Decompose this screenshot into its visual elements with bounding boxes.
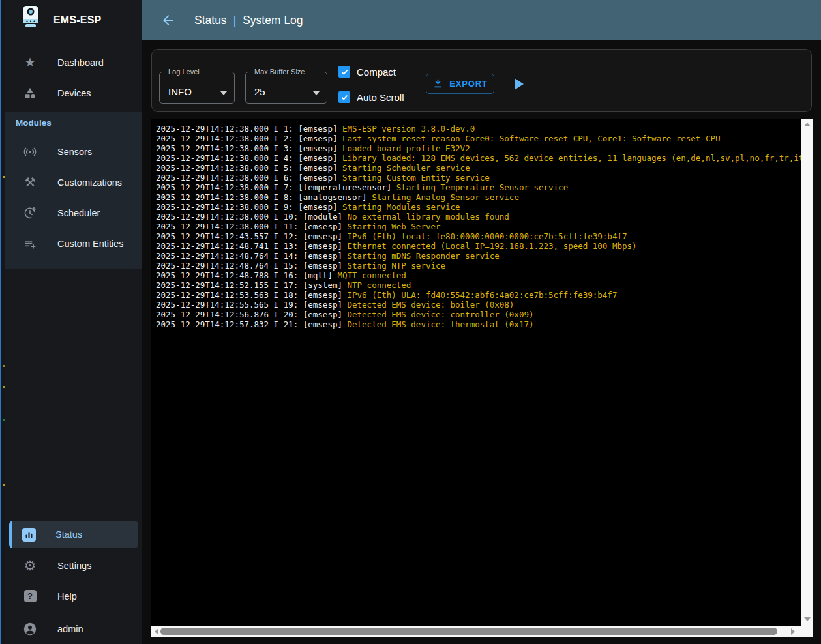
sidebar-item-scheduler[interactable]: Scheduler bbox=[5, 198, 142, 228]
sidebar-item-label: Devices bbox=[57, 88, 91, 98]
compact-checkbox-row[interactable]: Compact bbox=[338, 66, 396, 78]
log-line: 2025-12-29T14:12:38.000 I 5: [emsesp] St… bbox=[156, 163, 801, 173]
download-icon bbox=[432, 78, 443, 89]
scroll-down-arrow-icon[interactable] bbox=[804, 617, 811, 621]
log-toolbar: Log Level INFO Max Buffer Size 25 Compac… bbox=[151, 49, 812, 112]
log-line: 2025-12-29T14:12:56.876 I 20: [emsesp] D… bbox=[156, 310, 801, 319]
max-buffer-size-label: Max Buffer Size bbox=[251, 68, 308, 76]
log-line: 2025-12-29T14:12:53.563 I 18: [emsesp] I… bbox=[156, 290, 801, 300]
category-icon bbox=[22, 85, 38, 101]
export-button-label: EXPORT bbox=[449, 79, 487, 89]
export-button[interactable]: EXPORT bbox=[426, 74, 494, 94]
log-line: 2025-12-29T14:12:38.000 I 9: [emsesp] St… bbox=[156, 202, 801, 212]
page: EMS-ESP ★ Dashboard Devices Modules bbox=[0, 0, 821, 644]
check-icon bbox=[340, 93, 349, 102]
play-icon[interactable] bbox=[515, 78, 524, 90]
chevron-down-icon bbox=[220, 91, 227, 95]
clock-plus-icon bbox=[22, 205, 38, 221]
log-line: 2025-12-29T14:12:55.565 I 19: [emsesp] D… bbox=[156, 300, 801, 310]
log-line: 2025-12-29T14:12:48.741 I 13: [emsesp] E… bbox=[156, 241, 801, 251]
tools-icon: ⚒ bbox=[22, 175, 38, 190]
gear-icon: ⚙ bbox=[22, 558, 38, 574]
log-level-label: Log Level bbox=[165, 68, 203, 76]
sidebar-item-custom-entities[interactable]: Custom Entities bbox=[5, 228, 142, 259]
auto-scroll-label: Auto Scroll bbox=[357, 92, 404, 103]
log-line: 2025-12-29T14:12:38.000 I 3: [emsesp] Lo… bbox=[156, 143, 801, 153]
modules-section: Modules Sensors ⚒ Customizations bbox=[5, 112, 142, 269]
log-line: 2025-12-29T14:12:38.000 I 8: [analogsens… bbox=[156, 192, 801, 202]
log-line: 2025-12-29T14:12:38.000 I 2: [emsesp] La… bbox=[156, 134, 801, 143]
check-icon bbox=[340, 68, 349, 76]
sidebar-item-label: Settings bbox=[57, 561, 91, 571]
compact-checkbox[interactable] bbox=[338, 66, 350, 78]
log-line: 2025-12-29T14:12:38.000 I 10: [module] N… bbox=[156, 212, 801, 222]
log-line: 2025-12-29T14:12:38.000 I 7: [temperatur… bbox=[156, 183, 801, 192]
help-icon: ? bbox=[22, 589, 38, 604]
bar-chart-icon bbox=[22, 528, 36, 542]
background-window-edge bbox=[0, 0, 5, 644]
sidebar-item-label: Customizations bbox=[57, 177, 122, 188]
log-level-select[interactable]: Log Level INFO bbox=[159, 68, 235, 104]
app-title: EMS-ESP bbox=[53, 14, 101, 26]
sidebar-item-customizations[interactable]: ⚒ Customizations bbox=[5, 167, 142, 198]
playlist-add-icon bbox=[22, 236, 38, 252]
sidebar-item-label: Sensors bbox=[57, 147, 92, 157]
sidebar-item-sensors[interactable]: Sensors bbox=[5, 136, 142, 167]
sidebar-item-label: Scheduler bbox=[57, 208, 100, 218]
compact-label: Compact bbox=[357, 66, 396, 78]
main-content: Log Level INFO Max Buffer Size 25 Compac… bbox=[142, 0, 821, 644]
star-icon: ★ bbox=[22, 55, 38, 70]
scroll-up-arrow-icon[interactable] bbox=[804, 123, 811, 126]
auto-scroll-checkbox-row[interactable]: Auto Scroll bbox=[338, 91, 404, 103]
vertical-scrollbar[interactable] bbox=[801, 119, 813, 637]
sidebar: EMS-ESP ★ Dashboard Devices Modules bbox=[5, 0, 142, 644]
log-line: 2025-12-29T14:12:48.764 I 15: [emsesp] S… bbox=[156, 261, 801, 271]
log-line: 2025-12-29T14:12:38.000 I 4: [emsesp] Li… bbox=[156, 153, 801, 163]
log-line: 2025-12-29T14:12:52.155 I 17: [system] N… bbox=[156, 280, 801, 290]
app-logo-boiler-icon bbox=[18, 4, 43, 37]
log-line: 2025-12-29T14:12:48.788 I 16: [mqtt] MQT… bbox=[156, 271, 801, 280]
max-buffer-size-select[interactable]: Max Buffer Size 25 bbox=[245, 68, 327, 104]
log-line: 2025-12-29T14:12:38.000 I 6: [emsesp] St… bbox=[156, 173, 801, 183]
horizontal-scrollbar[interactable] bbox=[151, 626, 801, 637]
log-line: 2025-12-29T14:12:48.764 I 14: [emsesp] S… bbox=[156, 251, 801, 261]
log-line: 2025-12-29T14:12:57.832 I 21: [emsesp] D… bbox=[156, 319, 801, 329]
sidebar-item-label: admin bbox=[57, 624, 83, 634]
sidebar-item-status-active[interactable]: Status bbox=[9, 521, 138, 548]
sidebar-item-devices[interactable]: Devices bbox=[5, 78, 142, 108]
max-buffer-size-value: 25 bbox=[254, 86, 265, 97]
sidebar-item-label: Custom Entities bbox=[57, 239, 124, 249]
log-lines: 2025-12-29T14:12:38.000 I 1: [emsesp] EM… bbox=[151, 119, 801, 626]
horizontal-scrollbar-thumb[interactable] bbox=[160, 628, 777, 635]
log-line: 2025-12-29T14:12:38.000 I 11: [emsesp] S… bbox=[156, 222, 801, 231]
log-panel: 2025-12-29T14:12:38.000 I 1: [emsesp] EM… bbox=[151, 119, 813, 637]
sidebar-item-settings[interactable]: ⚙ Settings bbox=[5, 550, 142, 581]
log-level-value: INFO bbox=[168, 86, 192, 97]
scroll-right-arrow-icon[interactable] bbox=[791, 628, 795, 635]
sensors-icon bbox=[22, 144, 38, 160]
sidebar-item-label: Status bbox=[55, 529, 82, 540]
account-circle-icon bbox=[22, 621, 38, 637]
auto-scroll-checkbox[interactable] bbox=[338, 91, 350, 103]
sidebar-item-dashboard[interactable]: ★ Dashboard bbox=[5, 47, 142, 78]
scroll-left-arrow-icon[interactable] bbox=[155, 628, 158, 635]
sidebar-item-label: Help bbox=[57, 591, 77, 602]
sidebar-item-help[interactable]: ? Help bbox=[5, 581, 142, 611]
sidebar-item-admin[interactable]: admin bbox=[5, 613, 142, 644]
modules-section-header: Modules bbox=[16, 116, 52, 130]
log-line: 2025-12-29T14:12:38.000 I 1: [emsesp] EM… bbox=[156, 124, 801, 134]
sidebar-item-label: Dashboard bbox=[57, 57, 104, 68]
log-line: 2025-12-29T14:12:43.557 I 12: [emsesp] I… bbox=[156, 231, 801, 241]
chevron-down-icon bbox=[313, 91, 320, 95]
sidebar-header: EMS-ESP bbox=[5, 0, 142, 40]
